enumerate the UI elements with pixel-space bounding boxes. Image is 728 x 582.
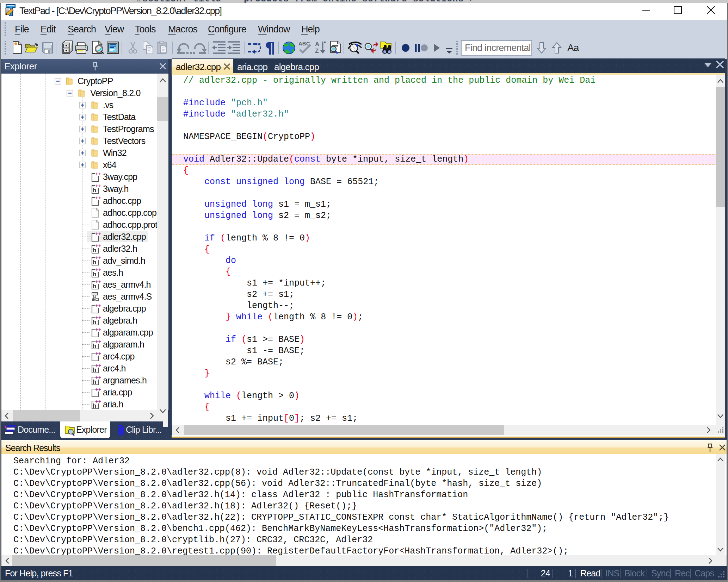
svg-text:Z: Z: [315, 48, 319, 54]
svg-text:++: ++: [95, 351, 101, 356]
svg-text:A: A: [315, 41, 319, 48]
svg-text:++: ++: [95, 231, 101, 237]
svg-text:++: ++: [95, 171, 101, 177]
svg-text:++: ++: [95, 303, 101, 308]
svg-text:++: ++: [95, 375, 101, 380]
svg-text:++: ++: [95, 339, 101, 344]
svg-text:++: ++: [95, 399, 101, 404]
svg-text:++: ++: [95, 279, 101, 284]
svg-text:++: ++: [95, 327, 101, 332]
svg-text:++: ++: [95, 387, 101, 392]
svg-text:++: ++: [95, 267, 101, 273]
svg-text:++: ++: [95, 243, 101, 249]
svg-text:++: ++: [95, 255, 101, 261]
svg-text:++: ++: [95, 183, 101, 189]
svg-text:++: ++: [95, 315, 101, 320]
svg-text:ABC: ABC: [298, 40, 310, 46]
svg-text:++: ++: [95, 195, 101, 201]
svg-text:++: ++: [95, 363, 101, 368]
